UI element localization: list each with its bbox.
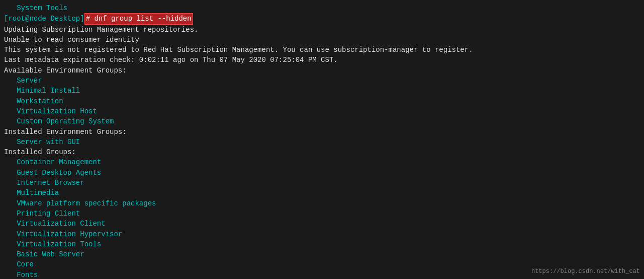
terminal-window: System Tools [root@node Desktop]# dnf gr… xyxy=(0,0,644,279)
line-unable: Unable to read consumer identity xyxy=(4,35,640,45)
line-multimedia: Multimedia xyxy=(4,188,640,198)
line-installed-env: Installed Environment Groups: xyxy=(4,127,640,137)
line-container: Container Management xyxy=(4,157,640,167)
line-installed-groups: Installed Groups: xyxy=(4,147,640,157)
line-virt-tools: Virtualization Tools xyxy=(4,239,640,249)
line-custom-os: Custom Operating System xyxy=(4,116,640,126)
watermark: https://blog.csdn.net/with_cat xyxy=(531,268,640,275)
command-text: # dnf group list --hidden xyxy=(84,13,193,24)
line-workstation: Workstation xyxy=(4,96,640,106)
line-system-tools: System Tools xyxy=(4,3,640,13)
line-not-registered: This system is not registered to Red Hat… xyxy=(4,45,640,55)
line-internet-browser: Internet Browser xyxy=(4,178,640,188)
prompt-bracket: [root@node Desktop] xyxy=(4,14,84,24)
line-minimal: Minimal Install xyxy=(4,86,640,96)
line-vmware: VMware platform specific packages xyxy=(4,198,640,208)
prompt-line: [root@node Desktop]# dnf group list --hi… xyxy=(4,13,640,24)
line-server-gui: Server with GUI xyxy=(4,137,640,147)
line-virt-hypervisor: Virtualization Hypervisor xyxy=(4,229,640,239)
line-available-env: Available Environment Groups: xyxy=(4,65,640,76)
line-printing: Printing Client xyxy=(4,208,640,219)
line-metadata: Last metadata expiration check: 0:02:11 … xyxy=(4,55,640,65)
line-virt-client: Virtualization Client xyxy=(4,219,640,229)
line-virt-host: Virtualization Host xyxy=(4,106,640,116)
line-updating: Updating Subscription Management reposit… xyxy=(4,25,640,35)
line-server: Server xyxy=(4,76,640,86)
line-basic-web: Basic Web Server xyxy=(4,249,640,259)
line-guest-desktop: Guest Desktop Agents xyxy=(4,168,640,178)
